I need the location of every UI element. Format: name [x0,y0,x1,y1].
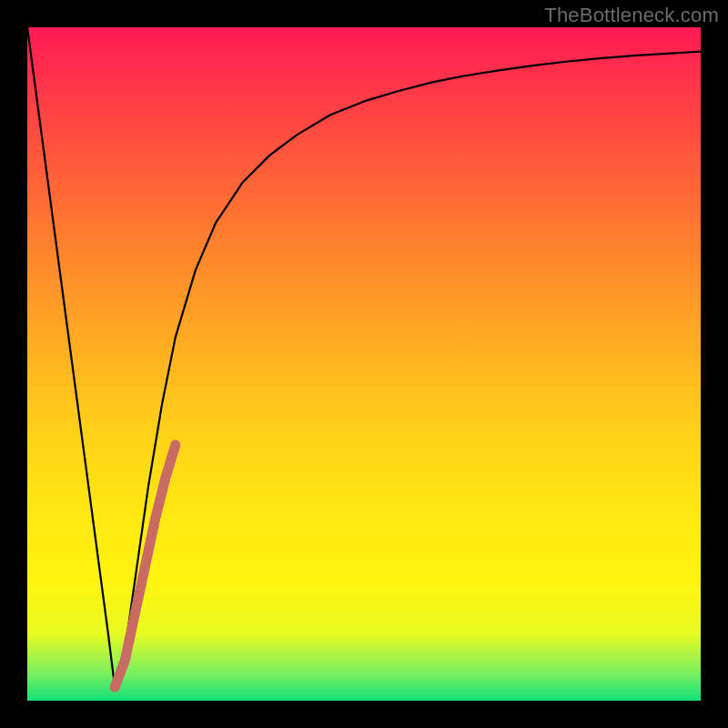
chart-svg [27,27,701,701]
attribution-text: TheBottleneck.com [544,4,719,27]
plot-area [27,27,701,701]
highlight-segment [115,445,176,687]
chart-frame: TheBottleneck.com [0,0,728,728]
bottleneck-curve [27,27,701,687]
